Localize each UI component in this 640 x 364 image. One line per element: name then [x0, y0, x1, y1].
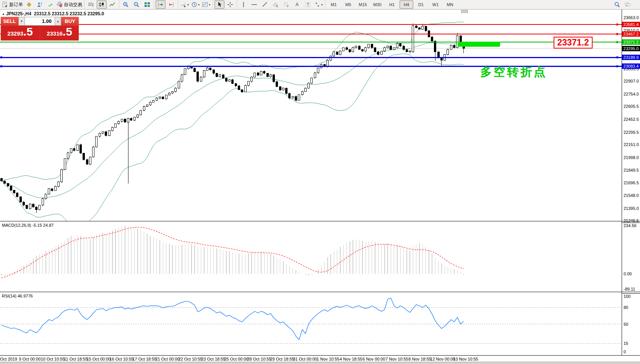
new-order-button[interactable]: 新订单 [2, 0, 23, 9]
tf-d1-button[interactable]: D1 [414, 0, 428, 9]
bull-candle [200, 77, 202, 81]
tf-w1-button[interactable]: W1 [429, 0, 442, 9]
metaeditor-button[interactable] [24, 0, 34, 9]
autotrading-button[interactable]: 自动交易 [56, 0, 83, 9]
chevron-down-icon[interactable]: ▾ [321, 3, 323, 6]
bear-candle [26, 205, 28, 209]
highlight-rectangle[interactable] [458, 42, 500, 47]
time-tick: 29 Oct 18:55 [270, 357, 294, 361]
bull-candle [301, 91, 303, 95]
bear-candle [273, 75, 275, 82]
indicators-button[interactable]: ▾ [180, 0, 190, 9]
bull-candle [172, 91, 174, 93]
volume-down-button[interactable]: ▼ [18, 17, 25, 26]
bear-candle [241, 90, 243, 92]
signals-button[interactable] [45, 0, 55, 9]
tiles-icon [144, 2, 150, 8]
sell-button[interactable]: SELL [1, 17, 18, 26]
bar-chart-button[interactable] [86, 0, 96, 9]
bear-candle [400, 44, 401, 46]
zoom-out-button[interactable] [132, 0, 141, 9]
tf-mn-button[interactable]: MN [443, 0, 457, 9]
bull-candle [282, 88, 284, 90]
tile-windows-button[interactable] [142, 0, 152, 9]
time-tick: 31 Oct 00:00 [293, 357, 317, 361]
price-chip: 23581.4 [622, 22, 640, 27]
bull-candle [93, 147, 94, 157]
chevron-down-icon[interactable]: ▾ [187, 3, 189, 6]
tf-h1-button[interactable]: H1 [385, 0, 399, 9]
chart-shift-marker[interactable] [461, 10, 468, 13]
line-handle[interactable] [616, 41, 618, 43]
price-level-flag[interactable]: 23371.2 [554, 37, 593, 49]
bull-candle [380, 51, 382, 55]
templates-button[interactable]: ▾ [201, 0, 211, 9]
buy-price[interactable]: 23316 .5 [40, 26, 79, 40]
horizontal-line-button[interactable] [249, 0, 259, 9]
tf-m5-button[interactable]: M5 [341, 0, 355, 9]
tf-h4-button[interactable]: H4 [400, 0, 413, 9]
macd-pane-svg[interactable] [0, 222, 622, 292]
line-handle[interactable] [0, 57, 2, 58]
tf-m15-button[interactable]: M15 [356, 0, 370, 9]
fibonacci-button[interactable]: F [281, 0, 291, 9]
line-handle[interactable] [616, 57, 618, 58]
chart-shift-button[interactable] [166, 0, 176, 9]
bull-candle [153, 100, 154, 102]
price-tick: 22907.0 [624, 79, 640, 83]
line-handle[interactable] [616, 24, 618, 26]
bull-candle [365, 48, 367, 51]
time-tick: 28 Oct 10:55 [247, 357, 271, 361]
text-label-button[interactable]: T [303, 0, 313, 9]
periods-button[interactable]: ▾ [190, 0, 200, 9]
bull-candle [383, 48, 385, 51]
bear-candle [7, 184, 9, 186]
bear-candle [130, 118, 132, 120]
bear-candle [276, 82, 278, 87]
arrows-button[interactable]: ▾ [314, 0, 323, 9]
rsi-pane-svg[interactable] [0, 293, 622, 355]
equidistant-channel-button[interactable]: E [271, 0, 281, 9]
bull-candle [96, 136, 97, 147]
bull-candle [247, 81, 249, 86]
tf-m1-button[interactable]: M1 [327, 0, 341, 9]
main-chart-svg[interactable] [0, 10, 622, 221]
bull-candle [67, 153, 69, 158]
market-watch-button[interactable] [35, 0, 45, 9]
svg-text:T: T [307, 3, 309, 7]
collapse-panel-icon[interactable]: ▲ [2, 12, 5, 16]
cursor-button[interactable] [214, 0, 224, 9]
chevron-down-icon[interactable]: ▾ [209, 3, 210, 6]
text-button[interactable]: A [292, 0, 302, 9]
auto-scroll-button[interactable] [156, 0, 166, 9]
tf-m30-button[interactable]: M30 [370, 0, 384, 9]
bull-candle [168, 93, 170, 95]
bull-candle [304, 88, 306, 91]
price-tick: 21696.5 [624, 180, 640, 185]
zoom-in-button[interactable] [121, 0, 131, 9]
line-handle[interactable] [616, 33, 618, 35]
sell-price-frac: .5 [23, 26, 33, 37]
search-button[interactable] [612, 0, 622, 9]
buy-button[interactable]: BUY [61, 17, 79, 26]
volume-up-button[interactable]: ▲ [55, 17, 61, 26]
line-chart-button[interactable] [107, 0, 117, 9]
bear-candle [13, 190, 15, 193]
vertical-line-button[interactable] [239, 0, 249, 9]
chat-button[interactable] [623, 0, 633, 9]
bear-candle [83, 153, 85, 159]
time-tick: 17 Oct 18:55 [133, 357, 157, 361]
bear-candle [194, 68, 196, 72]
candlestick-button[interactable] [97, 0, 107, 9]
volume-input[interactable] [25, 17, 55, 26]
crosshair-button[interactable] [225, 0, 235, 9]
sell-price[interactable]: 23293 .5 [1, 26, 39, 40]
trendline-button[interactable] [260, 0, 270, 9]
bull-candle [203, 70, 205, 77]
diamond-icon [26, 2, 32, 8]
line-handle[interactable] [616, 65, 618, 67]
chevron-down-icon[interactable]: ▾ [198, 3, 200, 6]
price-tick: 21395.0 [624, 206, 640, 211]
line-handle[interactable] [0, 65, 2, 67]
time-axis[interactable]: 7 Oct 20199 Oct 00:0010 Oct 10:5511 Oct … [0, 355, 640, 362]
